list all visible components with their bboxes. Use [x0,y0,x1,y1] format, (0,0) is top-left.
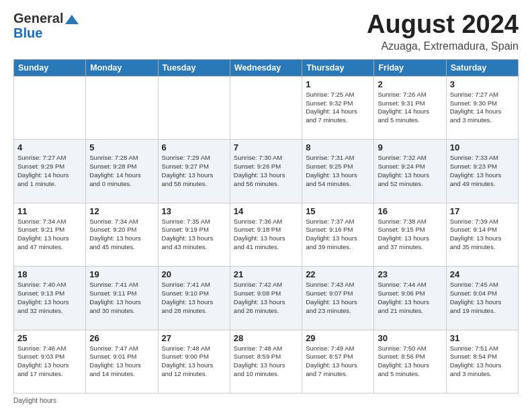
subtitle: Azuaga, Extremadura, Spain [367,40,519,52]
day-number: 17 [450,206,515,216]
col-header-saturday: Saturday [446,59,518,76]
calendar-cell [230,76,302,139]
col-header-thursday: Thursday [302,59,374,76]
calendar-cell [14,76,86,139]
main-title: August 2024 [367,11,519,39]
day-info: Sunrise: 7:33 AM Sunset: 9:23 PM Dayligh… [450,154,515,188]
day-number: 19 [89,269,154,279]
day-info: Sunrise: 7:27 AM Sunset: 9:29 PM Dayligh… [17,154,82,188]
col-header-monday: Monday [86,59,158,76]
day-number: 8 [306,142,370,152]
calendar-cell: 11Sunrise: 7:34 AM Sunset: 9:21 PM Dayli… [14,203,86,266]
calendar-cell: 27Sunrise: 7:48 AM Sunset: 9:00 PM Dayli… [158,330,230,393]
day-info: Sunrise: 7:49 AM Sunset: 8:57 PM Dayligh… [306,345,370,379]
day-info: Sunrise: 7:31 AM Sunset: 9:25 PM Dayligh… [306,154,370,188]
calendar-week-row: 4Sunrise: 7:27 AM Sunset: 9:29 PM Daylig… [14,140,519,203]
calendar-cell: 31Sunrise: 7:51 AM Sunset: 8:54 PM Dayli… [446,330,518,393]
day-number: 16 [378,206,442,216]
title-block: August 2024 Azuaga, Extremadura, Spain [367,11,519,52]
logo: GeneralBlue [13,11,79,40]
day-number: 9 [378,142,442,152]
day-info: Sunrise: 7:42 AM Sunset: 9:08 PM Dayligh… [234,281,298,315]
day-info: Sunrise: 7:40 AM Sunset: 9:13 PM Dayligh… [17,281,82,315]
calendar-week-row: 1Sunrise: 7:25 AM Sunset: 9:32 PM Daylig… [14,76,519,139]
footer-note: Daylight hours [13,397,519,404]
calendar-cell: 10Sunrise: 7:33 AM Sunset: 9:23 PM Dayli… [446,140,518,203]
calendar-cell [158,76,230,139]
day-info: Sunrise: 7:41 AM Sunset: 9:10 PM Dayligh… [162,281,226,315]
day-info: Sunrise: 7:44 AM Sunset: 9:06 PM Dayligh… [378,281,442,315]
calendar-cell: 14Sunrise: 7:36 AM Sunset: 9:18 PM Dayli… [230,203,302,266]
day-number: 26 [89,333,154,343]
calendar-cell: 28Sunrise: 7:48 AM Sunset: 8:59 PM Dayli… [230,330,302,393]
day-number: 28 [234,333,298,343]
col-header-friday: Friday [374,59,446,76]
day-info: Sunrise: 7:43 AM Sunset: 9:07 PM Dayligh… [306,281,370,315]
calendar-cell: 6Sunrise: 7:29 AM Sunset: 9:27 PM Daylig… [158,140,230,203]
day-number: 14 [234,206,298,216]
day-info: Sunrise: 7:48 AM Sunset: 8:59 PM Dayligh… [234,345,298,379]
day-info: Sunrise: 7:48 AM Sunset: 9:00 PM Dayligh… [162,345,226,379]
day-number: 21 [234,269,298,279]
header: GeneralBlue August 2024 Azuaga, Extremad… [13,11,519,52]
day-info: Sunrise: 7:50 AM Sunset: 8:56 PM Dayligh… [378,345,442,379]
day-info: Sunrise: 7:46 AM Sunset: 9:03 PM Dayligh… [17,345,82,379]
col-header-tuesday: Tuesday [158,59,230,76]
day-info: Sunrise: 7:26 AM Sunset: 9:31 PM Dayligh… [378,91,442,125]
day-number: 4 [17,142,82,152]
day-info: Sunrise: 7:32 AM Sunset: 9:24 PM Dayligh… [378,154,442,188]
logo-blue: Blue [13,26,42,40]
day-number: 15 [306,206,370,216]
calendar-cell: 2Sunrise: 7:26 AM Sunset: 9:31 PM Daylig… [374,76,446,139]
calendar-cell: 25Sunrise: 7:46 AM Sunset: 9:03 PM Dayli… [14,330,86,393]
day-info: Sunrise: 7:28 AM Sunset: 9:28 PM Dayligh… [89,154,154,188]
day-number: 2 [378,79,442,89]
logo-general: General [13,11,63,26]
day-info: Sunrise: 7:34 AM Sunset: 9:21 PM Dayligh… [17,218,82,252]
calendar-cell: 13Sunrise: 7:35 AM Sunset: 9:19 PM Dayli… [158,203,230,266]
page: GeneralBlue August 2024 Azuaga, Extremad… [0,0,532,411]
day-info: Sunrise: 7:34 AM Sunset: 9:20 PM Dayligh… [89,218,154,252]
day-info: Sunrise: 7:29 AM Sunset: 9:27 PM Dayligh… [162,154,226,188]
day-number: 20 [162,269,226,279]
logo-triangle-icon [64,13,79,26]
calendar-cell: 22Sunrise: 7:43 AM Sunset: 9:07 PM Dayli… [302,267,374,330]
calendar-cell: 3Sunrise: 7:27 AM Sunset: 9:30 PM Daylig… [446,76,518,139]
calendar-header-row: SundayMondayTuesdayWednesdayThursdayFrid… [14,59,519,76]
calendar-cell: 29Sunrise: 7:49 AM Sunset: 8:57 PM Dayli… [302,330,374,393]
day-number: 23 [378,269,442,279]
svg-marker-0 [65,15,79,24]
calendar-cell: 9Sunrise: 7:32 AM Sunset: 9:24 PM Daylig… [374,140,446,203]
day-number: 25 [17,333,82,343]
calendar-cell: 8Sunrise: 7:31 AM Sunset: 9:25 PM Daylig… [302,140,374,203]
day-info: Sunrise: 7:37 AM Sunset: 9:16 PM Dayligh… [306,218,370,252]
col-header-sunday: Sunday [14,59,86,76]
day-number: 29 [306,333,370,343]
day-info: Sunrise: 7:45 AM Sunset: 9:04 PM Dayligh… [450,281,515,315]
day-info: Sunrise: 7:30 AM Sunset: 9:26 PM Dayligh… [234,154,298,188]
day-number: 30 [378,333,442,343]
calendar-cell: 7Sunrise: 7:30 AM Sunset: 9:26 PM Daylig… [230,140,302,203]
col-header-wednesday: Wednesday [230,59,302,76]
day-number: 12 [89,206,154,216]
day-number: 18 [17,269,82,279]
day-info: Sunrise: 7:38 AM Sunset: 9:15 PM Dayligh… [378,218,442,252]
day-number: 13 [162,206,226,216]
calendar-cell: 15Sunrise: 7:37 AM Sunset: 9:16 PM Dayli… [302,203,374,266]
calendar-week-row: 25Sunrise: 7:46 AM Sunset: 9:03 PM Dayli… [14,330,519,393]
day-info: Sunrise: 7:36 AM Sunset: 9:18 PM Dayligh… [234,218,298,252]
calendar-cell: 20Sunrise: 7:41 AM Sunset: 9:10 PM Dayli… [158,267,230,330]
day-number: 3 [450,79,515,89]
calendar-cell: 4Sunrise: 7:27 AM Sunset: 9:29 PM Daylig… [14,140,86,203]
day-number: 1 [306,79,370,89]
day-info: Sunrise: 7:41 AM Sunset: 9:11 PM Dayligh… [89,281,154,315]
calendar-week-row: 11Sunrise: 7:34 AM Sunset: 9:21 PM Dayli… [14,203,519,266]
day-number: 5 [89,142,154,152]
calendar-cell: 23Sunrise: 7:44 AM Sunset: 9:06 PM Dayli… [374,267,446,330]
calendar-cell: 30Sunrise: 7:50 AM Sunset: 8:56 PM Dayli… [374,330,446,393]
calendar-cell: 24Sunrise: 7:45 AM Sunset: 9:04 PM Dayli… [446,267,518,330]
calendar-cell: 19Sunrise: 7:41 AM Sunset: 9:11 PM Dayli… [86,267,158,330]
calendar-cell: 1Sunrise: 7:25 AM Sunset: 9:32 PM Daylig… [302,76,374,139]
logo-text: GeneralBlue [13,11,79,40]
day-info: Sunrise: 7:35 AM Sunset: 9:19 PM Dayligh… [162,218,226,252]
